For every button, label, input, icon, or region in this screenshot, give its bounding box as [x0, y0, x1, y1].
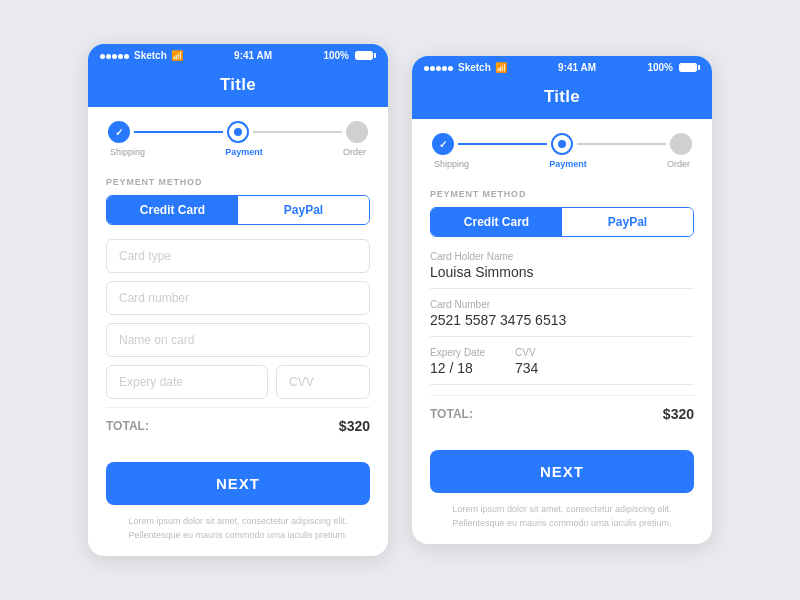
footer-left: Lorem ipsum dolor sit amet, consectetur …	[88, 515, 388, 556]
expiry-cvv-group: Expery Date 12 / 18 CVV 734	[430, 347, 694, 385]
battery-percent: 100%	[323, 50, 349, 61]
name-on-card-field[interactable]: Name on card	[106, 323, 370, 357]
check-icon-right	[439, 139, 447, 150]
step-label-shipping-right: Shipping	[434, 159, 469, 169]
credit-card-tab-left[interactable]: Credit Card	[107, 196, 238, 224]
step-1-left	[108, 121, 130, 143]
card-number-value: 2521 5587 3475 6513	[430, 312, 694, 328]
signal-dots-right	[424, 62, 454, 73]
step-label-shipping-left: Shipping	[110, 147, 145, 157]
payment-toggle-right[interactable]: Credit Card PayPal	[430, 207, 694, 237]
status-time: 9:41 AM	[234, 50, 272, 61]
total-value-right: $320	[663, 406, 694, 422]
payment-toggle-left[interactable]: Credit Card PayPal	[106, 195, 370, 225]
expiry-label: Expery Date	[430, 347, 485, 358]
step-3-right	[670, 133, 692, 155]
total-row-right: TOTAL: $320	[430, 395, 694, 430]
card-number-field[interactable]: Card number	[106, 281, 370, 315]
right-phone: Sketch 📶 9:41 AM 100% Title Shipping Pay…	[412, 56, 712, 544]
step-label-order-right: Order	[667, 159, 690, 169]
cvv-field[interactable]: CVV	[276, 365, 370, 399]
step-line-1-left	[134, 131, 223, 133]
carrier-name-right: Sketch	[458, 62, 491, 73]
carrier-name: Sketch	[134, 50, 167, 61]
status-right: 100%	[323, 50, 376, 61]
next-button-right[interactable]: NEXT	[430, 450, 694, 493]
body-left: PEYMENT METHOD Credit Card PayPal Card t…	[88, 167, 388, 456]
card-type-field[interactable]: Card type	[106, 239, 370, 273]
body-right: PEYMENT METHOD Credit Card PayPal Card H…	[412, 179, 712, 444]
next-button-left[interactable]: NEXT	[106, 462, 370, 505]
card-number-label: Card Number	[430, 299, 694, 310]
cvv-label: CVV	[515, 347, 538, 358]
credit-card-tab-right[interactable]: Credit Card	[431, 208, 562, 236]
step-label-payment-right: Payment	[549, 159, 587, 169]
holder-name-group: Card Holder Name Louisa Simmons	[430, 251, 694, 289]
step-2-left	[227, 121, 249, 143]
step-1-right	[432, 133, 454, 155]
step-label-order-left: Order	[343, 147, 366, 157]
payment-method-label-left: PEYMENT METHOD	[106, 177, 370, 187]
step-3-left	[346, 121, 368, 143]
active-dot-right	[558, 140, 566, 148]
expiry-group: Expery Date 12 / 18	[430, 347, 485, 376]
check-icon	[115, 127, 123, 138]
wifi-icon-right: 📶	[495, 62, 507, 73]
header-title-right: Title	[412, 79, 712, 119]
paypal-tab-left[interactable]: PayPal	[238, 196, 369, 224]
status-left-right: Sketch 📶	[424, 62, 507, 73]
status-time-right: 9:41 AM	[558, 62, 596, 73]
cvv-group: CVV 734	[515, 347, 538, 376]
status-bar-left: Sketch 📶 9:41 AM 100%	[88, 44, 388, 67]
expiry-field[interactable]: Expery date	[106, 365, 268, 399]
battery-percent-right: 100%	[647, 62, 673, 73]
status-bar-right: Sketch 📶 9:41 AM 100%	[412, 56, 712, 79]
left-phone: Sketch 📶 9:41 AM 100% Title Shipping Pay…	[88, 44, 388, 556]
steps-left: Shipping Payment Order	[88, 107, 388, 167]
status-right-right: 100%	[647, 62, 700, 73]
battery-icon-right	[679, 63, 700, 72]
total-row-left: TOTAL: $320	[106, 407, 370, 442]
step-2-right	[551, 133, 573, 155]
header-title-left: Title	[88, 67, 388, 107]
paypal-tab-right[interactable]: PayPal	[562, 208, 693, 236]
holder-name-value: Louisa Simmons	[430, 264, 694, 280]
card-number-group: Card Number 2521 5587 3475 6513	[430, 299, 694, 337]
battery-icon	[355, 51, 376, 60]
status-left: Sketch 📶	[100, 50, 183, 61]
steps-right: Shipping Payment Order	[412, 119, 712, 179]
signal-dots	[100, 50, 130, 61]
total-label-right: TOTAL:	[430, 407, 473, 421]
expiry-value: 12 / 18	[430, 360, 485, 376]
active-dot	[234, 128, 242, 136]
payment-method-label-right: PEYMENT METHOD	[430, 189, 694, 199]
cvv-value: 734	[515, 360, 538, 376]
expiry-cvv-row: Expery date CVV	[106, 365, 370, 399]
step-line-2-right	[577, 143, 666, 145]
step-label-payment-left: Payment	[225, 147, 263, 157]
footer-right: Lorem ipsum dolor sit amet, consectetur …	[412, 503, 712, 544]
step-line-1-right	[458, 143, 547, 145]
wifi-icon: 📶	[171, 50, 183, 61]
total-label-left: TOTAL:	[106, 419, 149, 433]
step-line-2-left	[253, 131, 342, 133]
total-value-left: $320	[339, 418, 370, 434]
holder-name-label: Card Holder Name	[430, 251, 694, 262]
